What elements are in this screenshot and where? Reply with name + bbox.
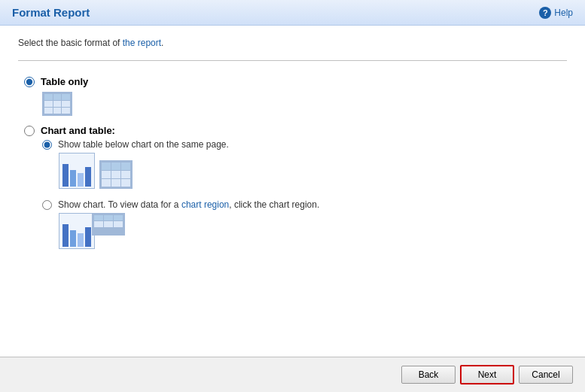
chart-icon-2 xyxy=(59,213,95,249)
table-only-thumb xyxy=(42,92,72,116)
chart-bars-2 xyxy=(59,214,94,248)
table-grid-icon xyxy=(43,93,72,115)
help-link[interactable]: ? Help xyxy=(539,7,573,19)
help-label: Help xyxy=(554,8,573,18)
show-chart-text: Show chart. To view data for a chart reg… xyxy=(58,199,319,210)
cancel-button[interactable]: Cancel xyxy=(519,366,573,384)
dialog-content: Select the basic format of the report. T… xyxy=(0,26,585,357)
table-icon-2 xyxy=(92,213,125,236)
chart-and-table-suboptions: Show table below chart on the same page. xyxy=(42,139,567,249)
show-chart-link: chart region xyxy=(181,199,229,210)
show-table-below-suboption: Show table below chart on the same page. xyxy=(42,139,567,189)
show-table-below-radio[interactable] xyxy=(42,140,52,150)
options-area: Table only xyxy=(18,76,567,345)
dialog-header: Format Report ? Help xyxy=(0,0,585,26)
show-chart-suboption: Show chart. To view data for a chart reg… xyxy=(42,198,567,249)
chart-icon-1 xyxy=(59,153,95,189)
show-chart-text-before: Show chart. To view data for a xyxy=(58,199,181,210)
table-only-icon-row xyxy=(42,92,567,116)
show-table-below-text: Show table below chart on the same page. xyxy=(58,139,229,150)
show-chart-icons xyxy=(59,213,567,249)
show-chart-text-after: , click the chart region. xyxy=(229,199,319,210)
chart-and-table-option: Chart and table: Show table below chart … xyxy=(24,125,567,249)
chart-and-table-radio[interactable] xyxy=(24,126,35,136)
table-only-label[interactable]: Table only xyxy=(24,76,567,87)
table-only-text: Table only xyxy=(41,76,88,87)
show-table-below-label[interactable]: Show table below chart on the same page. xyxy=(42,139,567,150)
table-grid-icon-2 xyxy=(100,161,132,188)
table-grid-icon-3 xyxy=(93,214,124,235)
table-icon-1 xyxy=(99,160,133,189)
subtitle-text: Select the basic format of the report. xyxy=(18,38,567,48)
dialog-footer: Back Next Cancel xyxy=(0,357,585,392)
back-button[interactable]: Back xyxy=(401,366,456,384)
show-chart-label[interactable]: Show chart. To view data for a chart reg… xyxy=(42,199,567,210)
table-only-option: Table only xyxy=(24,76,567,116)
help-icon: ? xyxy=(539,7,551,19)
chart-and-table-text: Chart and table: xyxy=(41,125,115,136)
chart-bars-1 xyxy=(59,153,94,188)
chart-and-table-label[interactable]: Chart and table: xyxy=(24,125,567,136)
table-only-radio[interactable] xyxy=(24,77,35,87)
show-table-below-icons xyxy=(59,153,567,189)
divider xyxy=(18,60,567,61)
show-chart-radio[interactable] xyxy=(42,200,52,210)
next-button[interactable]: Next xyxy=(460,365,514,384)
subtitle-link: the report xyxy=(123,38,161,48)
dialog-title: Format Report xyxy=(12,6,90,19)
